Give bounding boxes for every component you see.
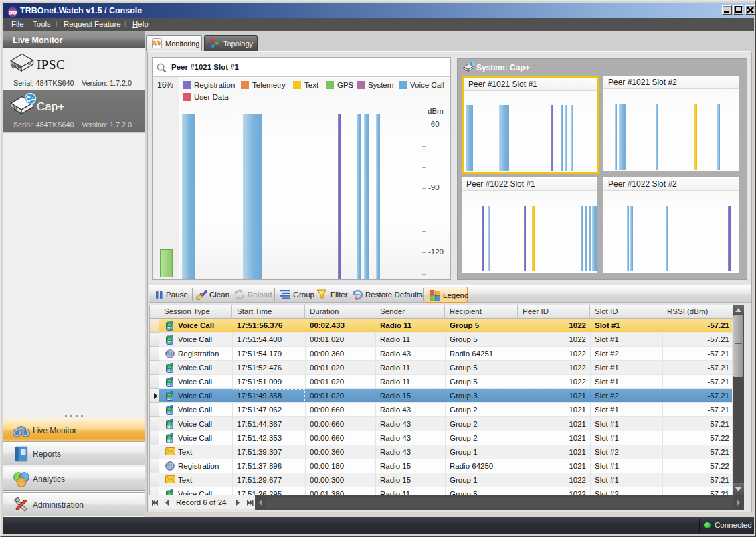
svg-text:C+: C+ xyxy=(26,95,35,103)
